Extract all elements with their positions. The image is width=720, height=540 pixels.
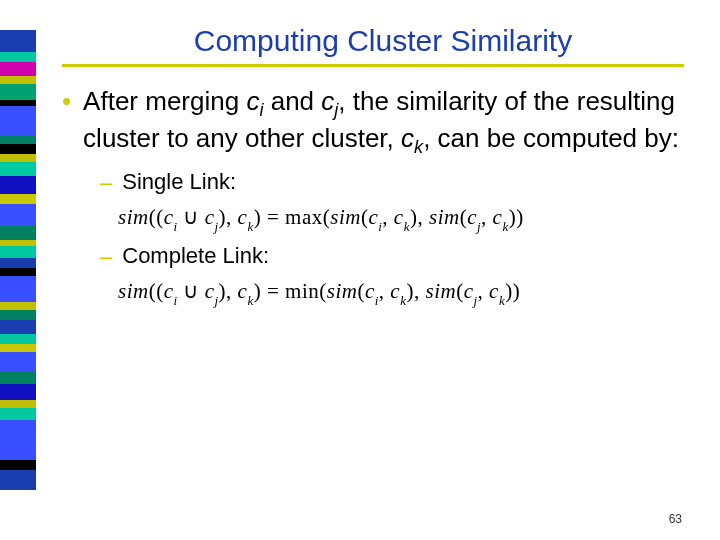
sidebar-stripe <box>0 144 36 154</box>
sidebar-stripe <box>0 302 36 310</box>
sidebar-stripe <box>0 258 36 268</box>
sidebar-stripe <box>0 268 36 276</box>
sidebar-stripe <box>0 352 36 372</box>
sidebar-stripe <box>0 460 36 470</box>
sidebar-stripe <box>0 320 36 334</box>
sidebar-stripe <box>0 194 36 204</box>
sidebar-stripe <box>0 384 36 400</box>
sidebar-stripe <box>0 372 36 384</box>
formula-complete-link: sim((ci ∪ cj), ck) = min(sim(ci, ck), si… <box>118 279 684 307</box>
sidebar-stripe <box>0 76 36 84</box>
page-number: 63 <box>669 512 682 526</box>
sidebar-stripe <box>0 52 36 62</box>
sidebar-stripe <box>0 106 36 136</box>
sidebar-stripe <box>0 334 36 344</box>
sub-label: Complete Link: <box>122 243 269 269</box>
sidebar-stripe <box>0 62 36 76</box>
sidebar-stripe <box>0 136 36 144</box>
dash-marker: – <box>100 243 112 271</box>
sidebar-stripe <box>0 204 36 226</box>
sidebar-stripe <box>0 154 36 162</box>
sidebar-stripe <box>0 310 36 320</box>
sidebar-stripe <box>0 176 36 194</box>
dash-marker: – <box>100 169 112 197</box>
bullet-marker: • <box>62 85 71 117</box>
sidebar-stripe <box>0 276 36 302</box>
sidebar-stripe <box>0 408 36 420</box>
sidebar-stripe <box>0 30 36 52</box>
slide-content: Computing Cluster Similarity • After mer… <box>44 0 704 540</box>
sidebar-stripe <box>0 162 36 176</box>
slide-title: Computing Cluster Similarity <box>62 24 684 58</box>
title-divider <box>62 64 684 67</box>
sidebar-stripe <box>0 420 36 460</box>
sub-bullet-single-link: – Single Link: <box>100 169 684 197</box>
bullet-text: After merging ci and cj, the similarity … <box>83 85 684 159</box>
decorative-sidebar <box>0 30 36 510</box>
sidebar-stripe <box>0 344 36 352</box>
sidebar-stripe <box>0 226 36 240</box>
sidebar-stripe <box>0 246 36 258</box>
sub-label: Single Link: <box>122 169 236 195</box>
sidebar-stripe <box>0 470 36 490</box>
sub-bullet-complete-link: – Complete Link: <box>100 243 684 271</box>
sidebar-stripe <box>0 84 36 100</box>
sidebar-stripe <box>0 400 36 408</box>
bullet-item: • After merging ci and cj, the similarit… <box>62 85 684 159</box>
formula-single-link: sim((ci ∪ cj), ck) = max(sim(ci, ck), si… <box>118 205 684 233</box>
